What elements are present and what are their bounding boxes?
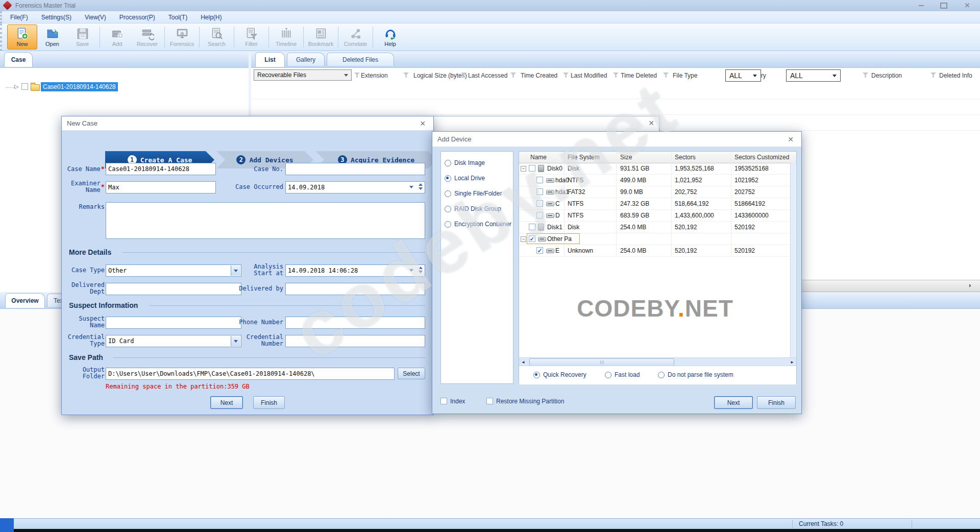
radio-label-do-not-parse-file-system[interactable]: Do not parse file system bbox=[668, 371, 733, 378]
search-button[interactable]: Search bbox=[202, 25, 232, 50]
scroll-right-icon[interactable]: ► bbox=[788, 358, 796, 366]
maximize-button[interactable] bbox=[935, 1, 952, 10]
device-column-file-system[interactable]: File System bbox=[568, 154, 600, 161]
case-name-input[interactable]: Case01-20180914-140628 bbox=[106, 163, 216, 175]
select-folder-button[interactable]: Select bbox=[398, 368, 425, 379]
correlate-button[interactable]: Correlate bbox=[340, 25, 371, 50]
minimize-button[interactable] bbox=[913, 1, 930, 10]
radio-label-fast-load[interactable]: Fast load bbox=[615, 371, 640, 378]
device-row-disk0[interactable]: −Disk0Disk931.51 GB1,953,525,16819535251… bbox=[519, 163, 792, 175]
menu-item-settings-s[interactable]: Settings(S) bbox=[41, 14, 71, 21]
output-folder-input[interactable]: D:\Users\User\Downloads\FMP\Case\Case01-… bbox=[106, 368, 395, 380]
filter-funnel-icon[interactable] bbox=[510, 72, 516, 78]
radio-label-quick-recovery[interactable]: Quick Recovery bbox=[543, 371, 586, 378]
device-checkbox[interactable] bbox=[536, 177, 543, 183]
checkbox-label-restore-missing-partition[interactable]: Restore Missing Partition bbox=[496, 398, 564, 405]
radio-label-local-drive[interactable]: Local Drive bbox=[454, 175, 485, 182]
filter-funnel-icon[interactable] bbox=[613, 72, 619, 78]
filter-funnel-icon[interactable] bbox=[663, 72, 669, 78]
category-filter-select[interactable]: ALL bbox=[786, 69, 841, 82]
add-device-dialog-titlebar[interactable]: Add Device ✕ bbox=[432, 132, 801, 147]
radio-single-file-folder[interactable] bbox=[445, 190, 451, 197]
device-row-d[interactable]: DNTFS683.59 GB1,433,600,0001433600000 bbox=[519, 210, 792, 222]
column-header-extension[interactable]: Extension bbox=[361, 72, 388, 79]
tree-expand-icon[interactable]: ▷ bbox=[14, 83, 18, 90]
recoverable-files-dropdown[interactable]: Recoverable Files bbox=[254, 69, 352, 81]
menu-item-help-h[interactable]: Help(H) bbox=[201, 14, 222, 21]
checkbox-label-index[interactable]: Index bbox=[450, 398, 465, 405]
credential-number-input[interactable] bbox=[285, 335, 425, 347]
tab-overview[interactable]: Overview bbox=[5, 293, 45, 308]
phone-number-input[interactable] bbox=[285, 317, 425, 329]
device-row-c[interactable]: CNTFS247.32 GB518,664,192518664192 bbox=[519, 198, 792, 210]
device-checkbox[interactable] bbox=[529, 224, 535, 230]
filter-funnel-icon[interactable] bbox=[863, 72, 868, 78]
filter-button[interactable]: Filter bbox=[236, 25, 266, 50]
delivered-by-input[interactable] bbox=[285, 283, 425, 295]
open-button[interactable]: Open bbox=[37, 25, 67, 50]
add-device-dialog-close-button[interactable]: ✕ bbox=[785, 135, 796, 143]
device-row-disk1[interactable]: Disk1Disk254.0 MB520,192520192 bbox=[519, 222, 792, 233]
new-button[interactable]: New bbox=[7, 25, 37, 50]
radio-quick-recovery[interactable] bbox=[533, 372, 540, 378]
column-header-file-type[interactable]: File Type bbox=[673, 72, 697, 79]
column-header-time-deleted[interactable]: Time Deleted bbox=[621, 72, 657, 79]
recover-button[interactable]: Recover bbox=[132, 25, 162, 50]
device-checkbox[interactable]: ✓ bbox=[529, 235, 535, 242]
tab-gallery[interactable]: Gallery bbox=[287, 53, 325, 66]
column-header-description[interactable]: Description bbox=[871, 72, 902, 79]
bookmark-button[interactable]: Bookmark bbox=[306, 25, 336, 50]
radio-local-drive[interactable] bbox=[445, 175, 451, 182]
splitter-arrow-icon[interactable]: › bbox=[969, 281, 971, 289]
filter-funnel-icon[interactable] bbox=[563, 72, 569, 78]
menu-item-tool-t[interactable]: Tool(T) bbox=[168, 14, 187, 21]
radio-label-encryption-container[interactable]: Encryption Container bbox=[454, 221, 511, 228]
new-case-dialog-titlebar[interactable]: New Case ✕ bbox=[62, 116, 433, 131]
device-checkbox[interactable] bbox=[536, 212, 543, 219]
case-type-combo[interactable]: Other bbox=[106, 264, 241, 277]
examiner-name-input[interactable]: Max bbox=[106, 181, 216, 194]
collapse-icon[interactable]: − bbox=[521, 236, 526, 242]
forensics-button[interactable]: Forensics bbox=[167, 25, 197, 50]
timeline-button[interactable]: Timeline bbox=[271, 25, 301, 50]
spinner-control[interactable] bbox=[419, 183, 423, 190]
scroll-left-icon[interactable]: ◄ bbox=[519, 358, 527, 366]
save-button[interactable]: Save bbox=[67, 25, 97, 50]
new-case-next-button[interactable]: Next bbox=[210, 396, 243, 409]
case-occurred-input[interactable]: 14.09.2018 bbox=[285, 181, 425, 194]
device-checkbox[interactable]: ✓ bbox=[536, 247, 543, 254]
case-tree-item[interactable]: Case01-20180914-140628 bbox=[41, 82, 118, 91]
tab-list[interactable]: List bbox=[255, 52, 285, 67]
menu-item-file-f[interactable]: File(F) bbox=[10, 14, 28, 21]
column-header-deleted-info[interactable]: Deleted Info bbox=[939, 72, 972, 79]
radio-disk-image[interactable] bbox=[445, 160, 451, 166]
add-device-finish-button[interactable]: Finish bbox=[757, 396, 796, 409]
device-checkbox[interactable] bbox=[536, 188, 543, 195]
radio-label-disk-image[interactable]: Disk Image bbox=[454, 159, 485, 166]
case-no-input[interactable] bbox=[285, 163, 425, 175]
device-column-sectors[interactable]: Sectors bbox=[675, 154, 696, 161]
column-header-last-modified[interactable]: Last Modified bbox=[571, 72, 607, 79]
menu-item-view-v[interactable]: View(V) bbox=[85, 14, 106, 21]
filter-funnel-icon[interactable] bbox=[403, 72, 409, 78]
radio-do-not-parse-file-system[interactable] bbox=[658, 372, 665, 378]
radio-fast-load[interactable] bbox=[605, 372, 611, 378]
horizontal-scrollbar[interactable]: ◄ ► bbox=[519, 357, 796, 366]
delivered-dept-input[interactable] bbox=[106, 283, 241, 295]
add-button[interactable]: Add bbox=[102, 25, 132, 50]
vertical-scrollbar[interactable] bbox=[790, 163, 796, 357]
tree-item-checkbox[interactable] bbox=[21, 83, 28, 90]
background-dialog-close-button[interactable]: ✕ bbox=[646, 119, 657, 127]
tab-deleted-files[interactable]: Deleted Files bbox=[327, 53, 394, 66]
radio-label-single-file-folder[interactable]: Single File/Folder bbox=[454, 190, 502, 197]
spinner-control[interactable] bbox=[419, 267, 423, 273]
remarks-textarea[interactable] bbox=[106, 202, 425, 239]
radio-raid-disk-group[interactable] bbox=[445, 206, 451, 212]
help-button[interactable]: Help bbox=[375, 25, 405, 50]
filter-funnel-icon[interactable] bbox=[354, 72, 360, 78]
close-button[interactable]: ✕ bbox=[959, 1, 976, 10]
radio-label-raid-disk-group[interactable]: RAID Disk Group bbox=[454, 205, 501, 212]
device-row-e[interactable]: ✓EUnknown254.0 MB520,192520192 bbox=[519, 245, 792, 257]
device-checkbox[interactable] bbox=[529, 165, 535, 172]
device-column-sectors-customized[interactable]: Sectors Customized bbox=[734, 154, 789, 161]
